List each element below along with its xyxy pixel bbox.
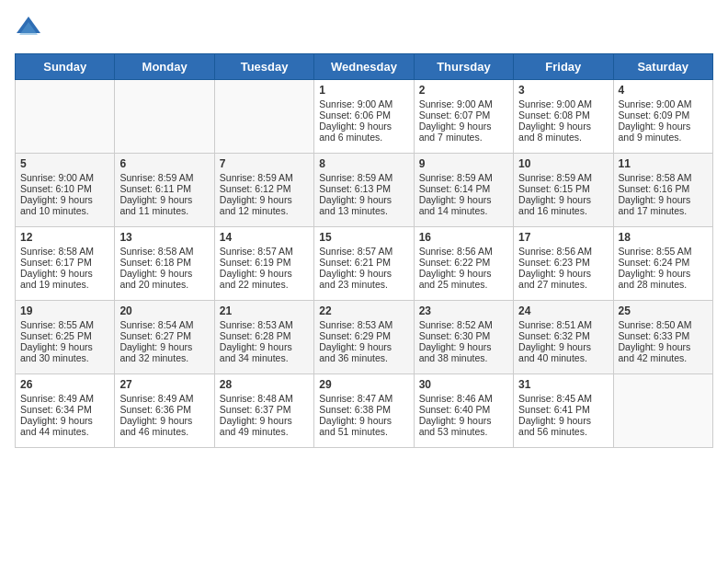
day-info: Sunrise: 8:55 AM xyxy=(20,319,109,330)
week-row: 5Sunrise: 9:00 AMSunset: 6:10 PMDaylight… xyxy=(16,154,713,227)
day-number: 12 xyxy=(20,231,109,244)
day-info: Sunset: 6:27 PM xyxy=(119,330,209,341)
day-info: Daylight: 9 hours and 25 minutes. xyxy=(419,268,508,290)
day-info: Daylight: 9 hours and 14 minutes. xyxy=(419,194,508,216)
day-info: Daylight: 9 hours and 17 minutes. xyxy=(619,194,708,216)
calendar-cell: 4Sunrise: 9:00 AMSunset: 6:09 PMDaylight… xyxy=(613,80,712,154)
header-day: Friday xyxy=(514,54,613,80)
day-info: Sunrise: 9:00 AM xyxy=(518,98,608,109)
day-number: 26 xyxy=(20,378,109,391)
day-number: 13 xyxy=(119,231,209,244)
calendar-cell: 28Sunrise: 8:48 AMSunset: 6:37 PMDayligh… xyxy=(214,374,313,448)
calendar-cell: 17Sunrise: 8:56 AMSunset: 6:23 PMDayligh… xyxy=(514,227,613,301)
day-info: Daylight: 9 hours and 23 minutes. xyxy=(319,268,408,290)
day-info: Sunset: 6:11 PM xyxy=(119,183,209,194)
day-info: Daylight: 9 hours and 27 minutes. xyxy=(518,268,608,290)
day-info: Sunrise: 8:50 AM xyxy=(619,319,708,330)
day-info: Sunset: 6:30 PM xyxy=(419,330,508,341)
day-info: Daylight: 9 hours and 28 minutes. xyxy=(619,268,708,290)
calendar-cell: 7Sunrise: 8:59 AMSunset: 6:12 PMDaylight… xyxy=(214,154,313,227)
header-day: Tuesday xyxy=(214,54,313,80)
day-info: Daylight: 9 hours and 16 minutes. xyxy=(518,194,608,216)
day-info: Daylight: 9 hours and 38 minutes. xyxy=(419,341,508,363)
calendar-cell: 18Sunrise: 8:55 AMSunset: 6:24 PMDayligh… xyxy=(613,227,712,301)
day-number: 2 xyxy=(419,84,508,97)
calendar-cell: 13Sunrise: 8:58 AMSunset: 6:18 PMDayligh… xyxy=(115,227,214,301)
day-info: Sunrise: 8:46 AM xyxy=(419,393,508,404)
calendar-cell: 23Sunrise: 8:52 AMSunset: 6:30 PMDayligh… xyxy=(414,301,513,374)
calendar-cell xyxy=(16,80,115,154)
day-info: Daylight: 9 hours and 51 minutes. xyxy=(319,415,408,437)
day-info: Sunrise: 8:53 AM xyxy=(220,319,309,330)
calendar-cell: 1Sunrise: 9:00 AMSunset: 6:06 PMDaylight… xyxy=(314,80,414,154)
day-info: Sunrise: 8:47 AM xyxy=(319,393,408,404)
day-info: Sunset: 6:22 PM xyxy=(419,257,508,268)
day-info: Daylight: 9 hours and 6 minutes. xyxy=(319,121,408,143)
day-info: Sunset: 6:34 PM xyxy=(20,404,109,415)
day-number: 7 xyxy=(220,157,309,170)
calendar-cell: 15Sunrise: 8:57 AMSunset: 6:21 PMDayligh… xyxy=(314,227,414,301)
day-info: Sunrise: 9:00 AM xyxy=(619,98,708,109)
day-info: Sunrise: 8:57 AM xyxy=(319,246,408,257)
day-info: Daylight: 9 hours and 56 minutes. xyxy=(518,415,608,437)
day-info: Sunset: 6:16 PM xyxy=(619,183,708,194)
day-info: Daylight: 9 hours and 40 minutes. xyxy=(518,341,608,363)
day-number: 4 xyxy=(619,84,708,97)
calendar-cell: 3Sunrise: 9:00 AMSunset: 6:08 PMDaylight… xyxy=(514,80,613,154)
calendar-cell: 10Sunrise: 8:59 AMSunset: 6:15 PMDayligh… xyxy=(514,154,613,227)
day-number: 1 xyxy=(319,84,408,97)
header-day: Wednesday xyxy=(314,54,414,80)
day-number: 14 xyxy=(220,231,309,244)
week-row: 19Sunrise: 8:55 AMSunset: 6:25 PMDayligh… xyxy=(16,301,713,374)
logo-icon xyxy=(15,15,42,42)
calendar-cell: 6Sunrise: 8:59 AMSunset: 6:11 PMDaylight… xyxy=(115,154,214,227)
calendar-cell: 8Sunrise: 8:59 AMSunset: 6:13 PMDaylight… xyxy=(314,154,414,227)
day-info: Daylight: 9 hours and 46 minutes. xyxy=(119,415,209,437)
day-info: Sunrise: 9:00 AM xyxy=(20,172,109,183)
day-number: 6 xyxy=(119,157,209,170)
day-info: Sunset: 6:41 PM xyxy=(518,404,608,415)
logo xyxy=(15,15,46,42)
day-info: Daylight: 9 hours and 49 minutes. xyxy=(220,415,309,437)
calendar-cell: 16Sunrise: 8:56 AMSunset: 6:22 PMDayligh… xyxy=(414,227,513,301)
day-info: Sunrise: 8:52 AM xyxy=(419,319,508,330)
day-info: Sunrise: 8:56 AM xyxy=(518,246,608,257)
day-info: Daylight: 9 hours and 10 minutes. xyxy=(20,194,109,216)
calendar-cell: 25Sunrise: 8:50 AMSunset: 6:33 PMDayligh… xyxy=(613,301,712,374)
day-info: Sunrise: 8:56 AM xyxy=(419,246,508,257)
day-info: Sunrise: 8:59 AM xyxy=(319,172,408,183)
day-number: 17 xyxy=(518,231,608,244)
day-info: Sunrise: 8:59 AM xyxy=(220,172,309,183)
day-info: Sunrise: 8:51 AM xyxy=(518,319,608,330)
day-info: Sunset: 6:37 PM xyxy=(220,404,309,415)
day-info: Sunset: 6:18 PM xyxy=(119,257,209,268)
day-info: Sunrise: 8:58 AM xyxy=(119,246,209,257)
day-info: Sunset: 6:14 PM xyxy=(419,183,508,194)
day-info: Sunrise: 8:49 AM xyxy=(119,393,209,404)
day-info: Sunrise: 8:54 AM xyxy=(119,319,209,330)
day-info: Sunset: 6:08 PM xyxy=(518,109,608,121)
day-number: 29 xyxy=(319,378,408,391)
day-number: 23 xyxy=(419,304,508,317)
day-info: Daylight: 9 hours and 22 minutes. xyxy=(220,268,309,290)
header-day: Saturday xyxy=(613,54,712,80)
day-info: Sunset: 6:07 PM xyxy=(419,109,508,121)
calendar-cell: 29Sunrise: 8:47 AMSunset: 6:38 PMDayligh… xyxy=(314,374,414,448)
header-row: SundayMondayTuesdayWednesdayThursdayFrid… xyxy=(16,54,713,80)
day-info: Daylight: 9 hours and 34 minutes. xyxy=(220,341,309,363)
day-info: Sunset: 6:10 PM xyxy=(20,183,109,194)
day-info: Sunrise: 8:55 AM xyxy=(619,246,708,257)
page-header xyxy=(15,15,713,42)
day-info: Sunset: 6:17 PM xyxy=(20,257,109,268)
day-number: 11 xyxy=(619,157,708,170)
day-number: 25 xyxy=(619,304,708,317)
day-info: Daylight: 9 hours and 42 minutes. xyxy=(619,341,708,363)
day-info: Sunrise: 8:49 AM xyxy=(20,393,109,404)
day-info: Sunrise: 8:58 AM xyxy=(20,246,109,257)
calendar-cell: 11Sunrise: 8:58 AMSunset: 6:16 PMDayligh… xyxy=(613,154,712,227)
day-info: Sunset: 6:40 PM xyxy=(419,404,508,415)
day-number: 18 xyxy=(619,231,708,244)
day-info: Sunrise: 8:59 AM xyxy=(518,172,608,183)
day-info: Sunset: 6:19 PM xyxy=(220,257,309,268)
calendar-cell xyxy=(613,374,712,448)
